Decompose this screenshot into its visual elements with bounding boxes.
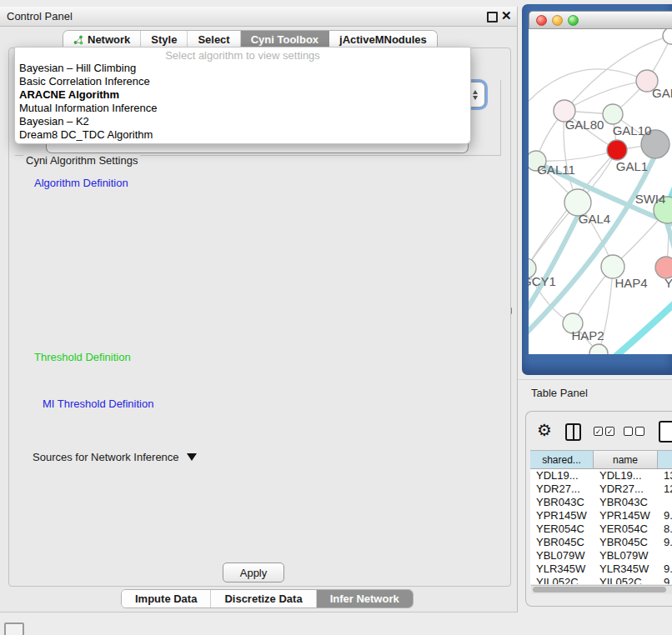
table-row[interactable]: YBL079WYBL079W	[530, 549, 672, 562]
table-cell: 9.	[658, 562, 672, 576]
group-title: Algorithm Definition	[32, 177, 131, 189]
network-edge	[529, 69, 647, 108]
tab-jactivemnodules[interactable]: jActiveMNodules	[329, 31, 437, 48]
table-cell: YPR145W	[594, 509, 658, 522]
tab-label: Infer Network	[330, 592, 399, 605]
column-header[interactable]: shared...	[530, 451, 594, 469]
tab-style[interactable]: Style	[141, 31, 188, 48]
network-node-label: HAP2	[571, 328, 604, 342]
table-row[interactable]: YPR145WYPR145W9.	[530, 509, 672, 522]
table-row[interactable]: YBR045CYBR045C9.	[530, 536, 672, 549]
table-cell: YDR27...	[594, 482, 658, 496]
table-row[interactable]: YLR345WYLR345W9.	[530, 562, 672, 576]
table-header-row: shared...name	[530, 451, 672, 469]
network-window-titlebar[interactable]	[529, 11, 672, 29]
table-row[interactable]: YBR043CYBR043C	[530, 496, 672, 509]
network-node-label: GAL11	[537, 162, 575, 177]
apply-button[interactable]: Apply	[223, 562, 284, 582]
float-window-icon[interactable]	[487, 12, 498, 22]
tab-label: Style	[151, 33, 177, 46]
network-edge	[529, 158, 654, 339]
table-cell: YBL079W	[530, 549, 594, 562]
select-all-checkbox-icon[interactable]: ✓	[605, 427, 614, 436]
control-panel-titlebar	[0, 7, 517, 27]
table-cell: YIL052C	[530, 576, 594, 584]
tab-select[interactable]: Select	[188, 31, 240, 48]
dropdown-hint: Select algorithm to view settings	[15, 49, 470, 62]
network-canvas[interactable]: GALGAL80GAL10GAL1GAL11SWI4GAL4GCY1HAP4YH…	[529, 29, 672, 354]
hidden-group-border	[500, 80, 501, 155]
table-cell	[658, 549, 672, 562]
table-cell: YLR345W	[594, 562, 658, 576]
table-panel-title: Table Panel	[531, 387, 588, 399]
control-panel-tabbar: Network Style Select Cyni Toolbox jActiv…	[63, 30, 438, 48]
algorithm-option[interactable]: Basic Correlation Inference	[15, 75, 470, 88]
table-cell: YBR043C	[594, 496, 658, 509]
close-traffic-light[interactable]	[536, 15, 547, 26]
tab-label: Cyni Toolbox	[251, 33, 318, 46]
network-node-label: Y	[664, 276, 672, 290]
algorithm-option[interactable]: Mutual Information Inference	[15, 102, 470, 115]
collapsed-panel-icon[interactable]	[4, 622, 24, 635]
screen: Control Panel ✕ Network Style Select Cyn…	[0, 0, 672, 635]
function-builder-icon[interactable]	[659, 421, 672, 442]
table-cell: 9.	[658, 576, 672, 584]
network-tab-icon	[73, 35, 83, 45]
tab-infer-network[interactable]: Infer Network	[317, 590, 413, 608]
tab-label: jActiveMNodules	[339, 33, 427, 46]
network-node[interactable]	[663, 29, 672, 44]
sources-group-title[interactable]: Sources for Network Inference	[30, 451, 199, 463]
algorithm-option[interactable]: Bayesian – K2	[15, 115, 470, 128]
deselect-all-checkbox-icon[interactable]	[635, 427, 644, 436]
table-cell: YBR045C	[594, 536, 658, 549]
tab-label: Select	[198, 33, 229, 46]
table-row[interactable]: YDR27...YDR27...12	[530, 482, 672, 496]
table-row[interactable]: YIL052CYIL052C9.	[530, 576, 672, 584]
columns-icon[interactable]	[565, 423, 581, 441]
network-edge	[616, 302, 672, 354]
gear-icon[interactable]: ⚙	[537, 420, 552, 440]
network-node[interactable]	[601, 255, 624, 278]
network-node[interactable]	[603, 104, 623, 124]
tab-network[interactable]: Network	[63, 31, 141, 48]
table-cell: YBR045C	[530, 536, 594, 549]
table-cell: 9.	[658, 509, 672, 522]
network-node-label: HAP4	[614, 276, 647, 290]
table-cell: YDR27...	[530, 482, 594, 496]
table-cell: YBL079W	[594, 549, 658, 562]
column-header[interactable]	[658, 451, 672, 469]
table-cell: YER054C	[530, 522, 594, 536]
zoom-traffic-light[interactable]	[568, 15, 579, 26]
table-cell: YER054C	[594, 522, 658, 536]
network-node-label: GAL1	[616, 159, 648, 173]
group-title: Cyni Algorithm Settings	[23, 154, 140, 167]
select-all-checkbox-icon[interactable]: ✓	[594, 427, 603, 436]
close-icon[interactable]: ✕	[501, 8, 512, 23]
algorithm-list: Bayesian – Hill ClimbingBasic Correlatio…	[15, 62, 470, 142]
network-node[interactable]	[607, 140, 627, 160]
table-row[interactable]: YER054CYER054C8.	[530, 522, 672, 536]
table-row[interactable]: YDL19...YDL19...13	[530, 469, 672, 482]
algorithm-option[interactable]: Dream8 DC_TDC Algorithm	[15, 128, 470, 142]
network-node-label: GAL10	[613, 123, 652, 138]
table-cell: YDL19...	[530, 469, 594, 482]
table-cell: 8.	[658, 522, 672, 536]
tab-label: Network	[88, 33, 130, 46]
combo-stepper-icon	[473, 90, 478, 100]
table-cell	[658, 496, 672, 509]
group-title: MI Threshold Definition	[40, 398, 156, 410]
network-node-label: GAL80	[565, 118, 604, 132]
tab-cyni-toolbox[interactable]: Cyni Toolbox	[241, 31, 329, 48]
group-title: Threshold Definition	[32, 351, 133, 363]
network-node-label: SWI4	[635, 192, 666, 206]
column-header[interactable]: name	[594, 451, 658, 469]
deselect-all-checkbox-icon[interactable]	[624, 427, 633, 436]
node-attribute-table: shared...name YDL19...YDL19...13YDR27...…	[530, 450, 672, 584]
tab-discretize-data[interactable]: Discretize Data	[211, 590, 316, 608]
tab-impute-data[interactable]: Impute Data	[122, 590, 211, 608]
algorithm-option[interactable]: ARACNE Algorithm	[15, 88, 470, 102]
table-hscrollbar-thumb[interactable]	[533, 587, 666, 592]
algorithm-option[interactable]: Bayesian – Hill Climbing	[15, 62, 470, 75]
network-node-label: GAL	[652, 86, 672, 100]
minimize-traffic-light[interactable]	[552, 15, 563, 26]
